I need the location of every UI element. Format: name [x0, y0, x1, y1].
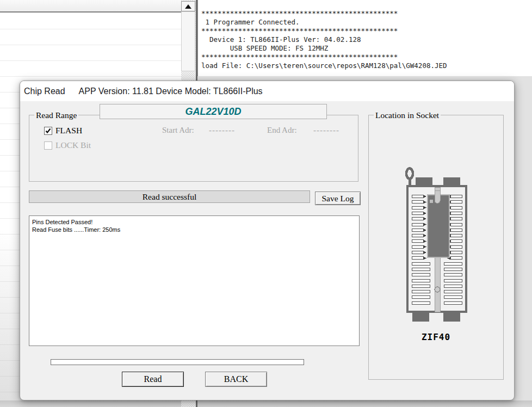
- progress-bar: [51, 359, 304, 365]
- read-button[interactable]: Read: [122, 372, 184, 387]
- back-button-label: BACK: [224, 374, 248, 384]
- window-bottom-strip: [0, 400, 532, 407]
- console-line: load File: C:\Users\teren\source\repos\R…: [201, 61, 532, 70]
- device-list-header: [0, 0, 181, 13]
- check-icon: [45, 127, 52, 134]
- end-adr-value: --------: [313, 126, 339, 135]
- back-button[interactable]: BACK: [205, 372, 267, 387]
- scrollbar-thumb[interactable]: [181, 11, 195, 71]
- arrow-up-icon: [185, 4, 191, 9]
- flash-checkbox-label: FLASH: [55, 126, 82, 135]
- operation-log[interactable]: Pins Detected Passed!Read Fuse bits ....…: [29, 215, 360, 346]
- console-line: Device 1: TL866II-Plus Ver: 04.02.128: [201, 35, 532, 44]
- dialog-title-bar: Chip Read APP Version: 11.81 Device Mode…: [20, 81, 514, 101]
- scroll-up-button[interactable]: [181, 1, 195, 11]
- log-line: Read Fuse bits ......Timer: 250ms: [32, 226, 356, 233]
- status-message: Read successful: [143, 192, 196, 202]
- console-line: ****************************************…: [201, 9, 532, 18]
- console-line: ****************************************…: [201, 27, 532, 35]
- log-line: Pins Detected Passed!: [32, 218, 356, 226]
- console-line: USB SPEED MODE: FS 12MHZ: [201, 44, 532, 53]
- console-log: ****************************************…: [197, 0, 532, 76]
- lock-bit-checkbox: [44, 141, 52, 150]
- dialog-subtitle: APP Version: 11.81 Device Model: TL866II…: [79, 87, 263, 96]
- lock-bit-checkbox-label: LOCK Bit: [55, 140, 91, 150]
- start-adr-value: --------: [209, 126, 235, 135]
- console-line: ****************************************…: [201, 53, 532, 61]
- device-name-tab: GAL22V10D: [100, 104, 327, 119]
- status-bar: Read successful: [29, 190, 310, 203]
- save-log-label: Save Log: [322, 194, 354, 203]
- save-log-button[interactable]: Save Log: [315, 192, 361, 205]
- read-range-label: Read Range: [34, 110, 78, 120]
- read-button-label: Read: [144, 374, 162, 384]
- socket-name: ZIF40: [369, 332, 503, 342]
- app-window: ****************************************…: [0, 0, 532, 407]
- device-name: GAL22V10D: [185, 106, 241, 118]
- zif-socket-icon: [401, 163, 472, 326]
- console-line: 1 Programmer Connected.: [201, 18, 532, 27]
- end-adr-label: End Adr:: [267, 126, 297, 135]
- flash-checkbox[interactable]: [44, 127, 52, 135]
- location-in-socket-group: Location in Socket: [368, 115, 504, 380]
- start-adr-label: Start Adr:: [162, 126, 194, 135]
- chip-read-dialog: Chip Read APP Version: 11.81 Device Mode…: [20, 81, 515, 400]
- dialog-title: Chip Read: [24, 87, 65, 96]
- location-in-socket-label: Location in Socket: [374, 110, 441, 120]
